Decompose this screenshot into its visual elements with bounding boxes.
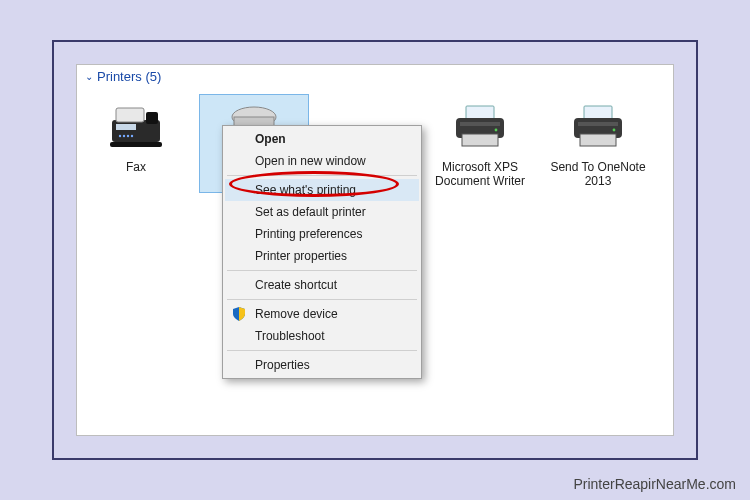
svg-rect-21 [580,134,616,146]
section-label: Printers (5) [97,69,161,84]
menu-separator [227,350,417,351]
svg-rect-3 [116,124,136,130]
svg-rect-1 [116,108,144,122]
device-fax[interactable]: Fax [81,94,191,193]
svg-rect-15 [460,122,500,126]
watermark-text: PrinterReapirNearMe.com [573,476,736,492]
chevron-down-icon: ⌄ [85,71,93,82]
menu-remove-label: Remove device [255,307,338,321]
printer-icon [448,98,512,154]
device-xps-writer[interactable]: Microsoft XPS Document Writer [425,94,535,193]
menu-printing-preferences[interactable]: Printing preferences [225,223,419,245]
printers-section-header[interactable]: ⌄ Printers (5) [77,65,673,88]
outer-frame: ⌄ Printers (5) [52,40,698,460]
menu-create-shortcut[interactable]: Create shortcut [225,274,419,296]
menu-separator [227,299,417,300]
menu-see-whats-printing[interactable]: See what's printing [225,179,419,201]
svg-rect-18 [584,106,612,120]
svg-rect-2 [146,112,158,124]
svg-point-22 [613,129,616,132]
svg-rect-13 [466,106,494,120]
svg-point-6 [127,135,129,137]
svg-rect-16 [462,134,498,146]
device-onenote[interactable]: Send To OneNote 2013 [543,94,653,193]
menu-separator [227,175,417,176]
menu-remove-device[interactable]: Remove device [225,303,419,325]
svg-point-4 [119,135,121,137]
menu-troubleshoot[interactable]: Troubleshoot [225,325,419,347]
menu-open-new-window[interactable]: Open in new window [225,150,419,172]
devices-window: ⌄ Printers (5) [76,64,674,436]
device-label: Microsoft XPS Document Writer [427,160,533,189]
svg-rect-8 [110,142,162,147]
printer-icon [566,98,630,154]
svg-rect-20 [578,122,618,126]
menu-set-default[interactable]: Set as default printer [225,201,419,223]
shield-icon [231,306,247,322]
printer-context-menu: Open Open in new window See what's print… [222,125,422,379]
menu-open[interactable]: Open [225,128,419,150]
svg-point-17 [495,129,498,132]
menu-printer-properties[interactable]: Printer properties [225,245,419,267]
device-label: Fax [126,160,146,174]
fax-icon [104,98,168,154]
menu-properties[interactable]: Properties [225,354,419,376]
menu-separator [227,270,417,271]
svg-point-5 [123,135,125,137]
svg-point-7 [131,135,133,137]
device-label: Send To OneNote 2013 [545,160,651,189]
